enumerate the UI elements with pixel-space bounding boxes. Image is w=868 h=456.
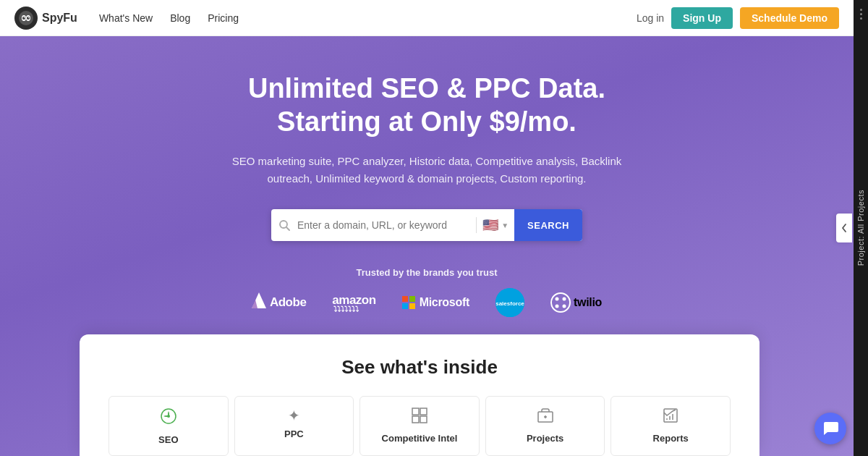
reports-icon <box>662 407 679 428</box>
svg-point-3 <box>22 17 25 20</box>
tab-ppc[interactable]: ✦ PPC <box>234 396 354 456</box>
svg-point-5 <box>24 17 25 17</box>
demo-button[interactable]: Schedule Demo <box>740 7 839 29</box>
svg-rect-24 <box>412 408 419 415</box>
svg-point-17 <box>551 293 570 312</box>
svg-point-18 <box>555 297 558 301</box>
flag-dropdown[interactable]: 🇺🇸 ▼ <box>476 217 514 233</box>
svg-rect-14 <box>409 303 415 309</box>
sidebar-dots <box>860 9 862 20</box>
nav-actions: Log in Sign Up Schedule Demo <box>637 7 839 29</box>
trust-label: Trusted by the brands you trust <box>252 267 602 278</box>
twilio-logo: twilio <box>550 292 602 313</box>
logo[interactable]: SpyFu <box>14 7 77 30</box>
search-input[interactable] <box>297 219 476 231</box>
svg-point-23 <box>167 415 170 418</box>
flag-icon: 🇺🇸 <box>482 217 498 233</box>
chat-bubble[interactable] <box>814 413 846 444</box>
svg-rect-25 <box>420 408 427 415</box>
nav-links: What's New Blog Pricing <box>99 12 637 24</box>
svg-text:salesforce: salesforce <box>495 300 524 307</box>
search-icon <box>271 219 297 231</box>
nav-blog[interactable]: Blog <box>170 12 190 24</box>
tab-seo[interactable]: SEO <box>109 396 229 456</box>
trust-section: Trusted by the brands you trust Adobe am… <box>252 267 602 317</box>
signup-button[interactable]: Sign Up <box>671 7 733 29</box>
collapse-arrow[interactable] <box>836 214 852 242</box>
svg-point-6 <box>28 17 29 17</box>
reports-label: Reports <box>653 433 689 444</box>
logo-text: SpyFu <box>42 12 77 25</box>
nav-pricing[interactable]: Pricing <box>208 12 239 24</box>
svg-point-20 <box>555 305 558 308</box>
tab-projects[interactable]: Projects <box>485 396 605 456</box>
seo-label: SEO <box>158 434 178 445</box>
salesforce-logo: salesforce <box>495 288 524 317</box>
svg-point-21 <box>562 305 566 308</box>
amazon-logo: amazon ⤵⤵⤵⤵⤵⤵⤵ <box>332 293 375 313</box>
competitive-label: Competitive Intel <box>382 433 458 444</box>
twilio-text: twilio <box>574 296 602 309</box>
competitive-icon <box>411 407 428 428</box>
tab-reports[interactable]: Reports <box>610 396 731 456</box>
svg-rect-27 <box>420 416 427 423</box>
tab-competitive-intel[interactable]: Competitive Intel <box>359 396 480 456</box>
svg-rect-11 <box>402 296 408 302</box>
hero-title: Unlimited SEO & PPC Data. Starting at On… <box>224 72 629 138</box>
hero-content: Unlimited SEO & PPC Data. Starting at On… <box>224 72 629 187</box>
projects-label: Projects <box>527 433 563 444</box>
ppc-icon: ✦ <box>288 407 300 424</box>
projects-icon <box>537 407 554 428</box>
sidebar-text: Project: All Projects <box>856 190 865 266</box>
dot <box>860 9 862 11</box>
hero-section: Unlimited SEO & PPC Data. Starting at On… <box>0 0 854 456</box>
login-button[interactable]: Log in <box>637 12 664 24</box>
chevron-down-icon: ▼ <box>501 221 509 229</box>
ppc-label: PPC <box>284 428 304 439</box>
adobe-icon <box>252 292 266 313</box>
amazon-arrow-icon: ⤵⤵⤵⤵⤵⤵⤵ <box>333 305 359 313</box>
search-bar: 🇺🇸 ▼ SEARCH <box>271 209 582 241</box>
microsoft-text: Microsoft <box>420 296 469 309</box>
bottom-card: See what's inside SEO ✦ PPC <box>80 334 760 456</box>
svg-rect-13 <box>402 303 408 309</box>
card-title: See what's inside <box>109 356 731 379</box>
svg-point-4 <box>27 17 30 20</box>
adobe-text: Adobe <box>270 295 306 310</box>
dot <box>860 13 862 15</box>
navbar: SpyFu What's New Blog Pricing Log in Sig… <box>0 0 854 36</box>
seo-icon <box>159 407 178 430</box>
trust-logos: Adobe amazon ⤵⤵⤵⤵⤵⤵⤵ Microsoft <box>252 288 602 317</box>
hero-subtitle: SEO marketing suite, PPC analyzer, Histo… <box>224 153 629 187</box>
svg-rect-31 <box>664 409 677 422</box>
svg-rect-26 <box>412 416 419 423</box>
right-sidebar: Project: All Projects <box>854 0 868 456</box>
microsoft-logo: Microsoft <box>402 296 469 309</box>
dot <box>860 17 862 20</box>
search-button[interactable]: SEARCH <box>514 209 582 241</box>
svg-point-19 <box>562 297 566 301</box>
svg-line-8 <box>286 227 289 230</box>
feature-tabs: SEO ✦ PPC Competitive Intel <box>109 396 731 456</box>
logo-icon <box>14 7 38 30</box>
adobe-logo: Adobe <box>252 292 306 313</box>
svg-rect-12 <box>409 296 415 302</box>
nav-whats-new[interactable]: What's New <box>99 12 153 24</box>
